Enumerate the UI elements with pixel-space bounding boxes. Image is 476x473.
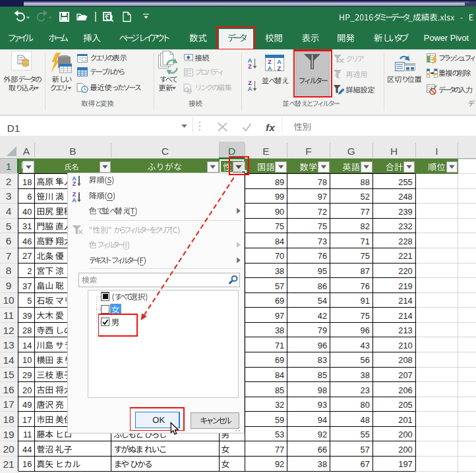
svg-text:fx: fx bbox=[266, 122, 276, 133]
svg-text:A: A bbox=[72, 197, 76, 204]
svg-text:16: 16 bbox=[3, 384, 14, 395]
svg-text:94: 94 bbox=[318, 415, 327, 425]
svg-text:17: 17 bbox=[3, 399, 14, 410]
svg-text:232: 232 bbox=[398, 221, 412, 231]
svg-text:11: 11 bbox=[3, 310, 14, 321]
svg-text:57: 57 bbox=[361, 445, 370, 455]
svg-text:92: 92 bbox=[275, 459, 284, 469]
svg-text:Z: Z bbox=[278, 65, 282, 72]
svg-text:16: 16 bbox=[22, 459, 32, 469]
svg-text:78: 78 bbox=[318, 177, 327, 187]
svg-text:49: 49 bbox=[22, 400, 32, 410]
svg-text:75: 75 bbox=[275, 221, 284, 231]
svg-text:46: 46 bbox=[22, 237, 32, 246]
svg-text:38: 38 bbox=[318, 459, 327, 469]
svg-text:86: 86 bbox=[318, 281, 327, 291]
svg-text:I: I bbox=[435, 146, 438, 157]
svg-text:5: 5 bbox=[27, 296, 32, 306]
svg-text:Z: Z bbox=[73, 181, 76, 187]
svg-text:10: 10 bbox=[22, 355, 32, 365]
svg-text:9: 9 bbox=[6, 280, 12, 291]
svg-text:55: 55 bbox=[361, 430, 370, 439]
svg-text:85: 85 bbox=[275, 385, 284, 395]
svg-text:79: 79 bbox=[318, 325, 327, 335]
svg-text:96: 96 bbox=[361, 325, 370, 335]
svg-text:214: 214 bbox=[398, 296, 412, 306]
svg-text:89: 89 bbox=[275, 177, 284, 187]
svg-text:80: 80 bbox=[361, 400, 370, 410]
svg-text:32: 32 bbox=[275, 400, 284, 410]
svg-text:38: 38 bbox=[275, 325, 284, 335]
svg-text:69: 69 bbox=[275, 355, 284, 365]
svg-text:44: 44 bbox=[22, 445, 32, 455]
svg-text:205: 205 bbox=[398, 400, 412, 410]
svg-text:214: 214 bbox=[398, 311, 412, 321]
svg-text:21: 21 bbox=[3, 459, 14, 470]
svg-text:200: 200 bbox=[398, 430, 412, 439]
svg-text:97: 97 bbox=[318, 192, 327, 202]
svg-text:37: 37 bbox=[22, 281, 32, 291]
svg-text:77: 77 bbox=[361, 207, 370, 217]
svg-text:93: 93 bbox=[318, 400, 327, 410]
svg-text:76: 76 bbox=[361, 281, 370, 291]
svg-text:10: 10 bbox=[3, 294, 15, 306]
svg-text:5: 5 bbox=[6, 221, 12, 232]
svg-text:87: 87 bbox=[361, 266, 370, 276]
svg-text:71: 71 bbox=[275, 341, 284, 350]
svg-text:71: 71 bbox=[361, 237, 370, 246]
svg-text:201: 201 bbox=[398, 415, 412, 425]
svg-text:75: 75 bbox=[361, 311, 370, 321]
svg-text:18: 18 bbox=[3, 414, 14, 425]
svg-text:52: 52 bbox=[361, 192, 370, 202]
svg-text:53: 53 bbox=[275, 430, 284, 439]
svg-text:A: A bbox=[277, 59, 282, 65]
svg-text:18: 18 bbox=[22, 177, 32, 187]
svg-text:210: 210 bbox=[398, 341, 412, 350]
svg-text:D1: D1 bbox=[7, 123, 20, 134]
svg-text:11: 11 bbox=[23, 430, 32, 439]
svg-text:3: 3 bbox=[6, 190, 12, 202]
svg-text:200: 200 bbox=[398, 445, 412, 455]
svg-text:7: 7 bbox=[6, 250, 12, 262]
svg-text:19: 19 bbox=[3, 429, 14, 440]
svg-text:92: 92 bbox=[318, 430, 327, 439]
svg-text:69: 69 bbox=[275, 296, 284, 306]
svg-text:97: 97 bbox=[275, 311, 284, 321]
svg-text:76: 76 bbox=[318, 251, 327, 261]
svg-text:2: 2 bbox=[27, 266, 32, 276]
svg-text:12: 12 bbox=[3, 325, 14, 336]
svg-text:91: 91 bbox=[361, 296, 370, 306]
svg-text:75: 75 bbox=[318, 221, 327, 231]
svg-text:20: 20 bbox=[22, 385, 32, 395]
svg-text:8: 8 bbox=[6, 265, 12, 276]
svg-text:75: 75 bbox=[361, 251, 370, 261]
svg-text:66: 66 bbox=[318, 445, 327, 455]
svg-text:C: C bbox=[162, 146, 169, 157]
svg-text:88: 88 bbox=[361, 177, 370, 187]
svg-text:220: 220 bbox=[398, 266, 412, 276]
svg-text:43: 43 bbox=[361, 341, 370, 350]
svg-text:98: 98 bbox=[318, 385, 327, 395]
svg-text:239: 239 bbox=[398, 207, 412, 217]
svg-text:57: 57 bbox=[275, 281, 284, 291]
svg-text:84: 84 bbox=[275, 370, 284, 380]
svg-text:A: A bbox=[268, 65, 272, 72]
svg-text:77: 77 bbox=[275, 445, 284, 455]
svg-text:221: 221 bbox=[398, 251, 412, 261]
svg-text:248: 248 bbox=[398, 192, 412, 202]
svg-text:42: 42 bbox=[318, 311, 327, 321]
svg-text:6: 6 bbox=[6, 235, 12, 246]
svg-text:Power Pivot: Power Pivot bbox=[424, 33, 469, 43]
svg-text:D: D bbox=[228, 146, 235, 157]
svg-text:14: 14 bbox=[22, 341, 32, 350]
svg-text:28: 28 bbox=[22, 325, 32, 335]
svg-text:4: 4 bbox=[6, 206, 12, 217]
svg-text:54: 54 bbox=[318, 296, 327, 306]
svg-text:219: 219 bbox=[398, 281, 412, 291]
svg-text:99: 99 bbox=[275, 192, 284, 202]
svg-text:40: 40 bbox=[22, 207, 32, 217]
svg-text:82: 82 bbox=[361, 221, 370, 231]
svg-text:27: 27 bbox=[22, 251, 32, 261]
svg-text:56: 56 bbox=[361, 355, 370, 365]
svg-text:20: 20 bbox=[3, 443, 15, 455]
